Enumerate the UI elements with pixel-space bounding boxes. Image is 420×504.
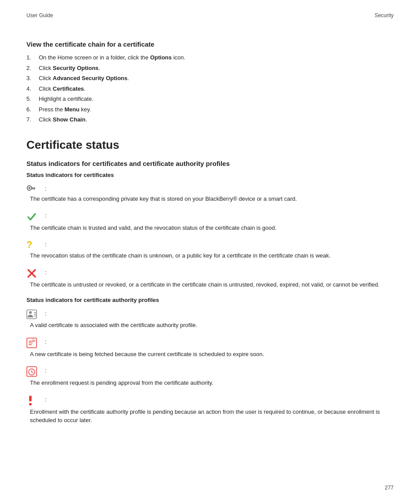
cert-status-section: Certificate status Status indicators for… [26, 138, 394, 425]
view-cert-chain-section: View the certificate chain for a certifi… [26, 40, 394, 124]
indicator-xmark-text: The certificate is untrusted or revoked,… [26, 280, 394, 289]
indicator-ca-expiring-text: A new certificate is being fetched becau… [26, 350, 394, 359]
xmark-icon [26, 268, 43, 279]
step-7: 7. Click Show Chain. [26, 115, 394, 124]
step-3: 3. Click Advanced Security Options. [26, 74, 394, 83]
svg-point-1 [29, 187, 30, 188]
indicator-ca-expiring: : A new certificate is being fetched bec… [26, 338, 394, 359]
header-right: Security [375, 12, 394, 18]
svg-rect-22 [29, 403, 32, 405]
header-left: User Guide [26, 12, 53, 18]
indicator-ca-warning-text: Enrollment with the certificate authorit… [26, 408, 394, 425]
indicator-ca-valid: : A valid certificate is associated with… [26, 309, 394, 330]
page-footer: 277 [385, 485, 394, 491]
step-6: 6. Press the Menu key. [26, 105, 394, 114]
indicator-key-text: The certificate has a corresponding priv… [26, 195, 394, 203]
svg-rect-3 [34, 188, 35, 190]
ca-warning-icon [26, 395, 43, 406]
indicator-check-text: The certificate chain is trusted and val… [26, 224, 394, 232]
indicator-ca-valid-text: A valid certificate is associated with t… [26, 321, 394, 330]
indicator-question: ? : The revocation status of the certifi… [26, 240, 394, 260]
checkmark-icon [26, 211, 43, 222]
indicator-ca-pending: : The enrollment request is pending appr… [26, 366, 394, 387]
ca-expiring-icon [26, 338, 43, 348]
step-5: 5. Highlight a certificate. [26, 95, 394, 103]
indicator-ca-pending-text: The enrollment request is pending approv… [26, 379, 394, 387]
key-icon [26, 184, 43, 191]
ca-indicators-h3: Status indicators for certificate author… [26, 297, 394, 303]
svg-line-20 [32, 372, 33, 373]
step-2: 2. Click Security Options. [26, 64, 394, 73]
ca-valid-icon [26, 309, 43, 319]
indicator-check: : The certificate chain is trusted and v… [26, 211, 394, 232]
page-content: View the certificate chain for a certifi… [0, 18, 420, 459]
indicator-xmark: : The certificate is untrusted or revoke… [26, 268, 394, 289]
indicator-question-text: The revocation status of the certificate… [26, 251, 394, 260]
cert-status-h1: Certificate status [26, 138, 394, 152]
svg-rect-4 [33, 188, 33, 189]
page-header: User Guide Security [0, 0, 420, 18]
indicator-ca-warning: : Enrollment with the certificate author… [26, 395, 394, 425]
step-1: 1. On the Home screen or in a folder, cl… [26, 53, 394, 62]
steps-list: 1. On the Home screen or in a folder, cl… [26, 53, 394, 124]
svg-point-8 [29, 311, 32, 314]
svg-rect-2 [31, 188, 35, 188]
key-svg-icon [26, 184, 36, 191]
step-4: 4. Click Certificates. [26, 85, 394, 93]
svg-rect-21 [29, 395, 32, 401]
indicator-key: : The certificate has a corresponding pr… [26, 184, 394, 203]
cert-status-h2: Status indicators for certificates and c… [26, 160, 394, 167]
question-icon: ? [26, 240, 43, 250]
view-cert-chain-title: View the certificate chain for a certifi… [26, 40, 394, 48]
cert-indicators-h3: Status indicators for certificates [26, 172, 394, 178]
page-number: 277 [385, 485, 394, 491]
svg-marker-15 [33, 338, 36, 341]
ca-pending-icon [26, 366, 43, 377]
